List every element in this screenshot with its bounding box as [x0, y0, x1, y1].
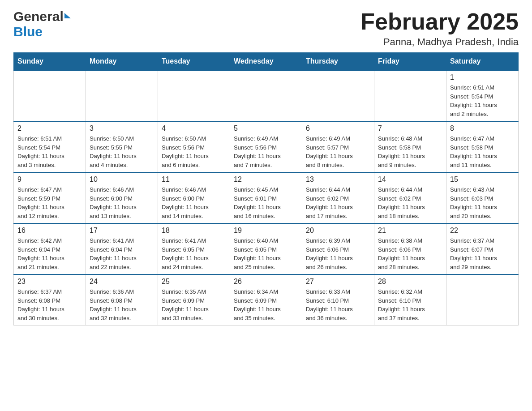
day-number: 4 [162, 124, 226, 133]
day-info: Sunrise: 6:51 AMSunset: 5:54 PMDaylight:… [450, 83, 515, 118]
table-row: 19Sunrise: 6:40 AMSunset: 6:05 PMDayligh… [230, 223, 302, 274]
week-row-4: 16Sunrise: 6:42 AMSunset: 6:04 PMDayligh… [14, 223, 519, 274]
table-row: 23Sunrise: 6:37 AMSunset: 6:08 PMDayligh… [14, 274, 86, 325]
day-number: 1 [450, 73, 515, 81]
table-row: 26Sunrise: 6:34 AMSunset: 6:09 PMDayligh… [230, 274, 302, 325]
table-row: 5Sunrise: 6:49 AMSunset: 5:56 PMDaylight… [230, 121, 302, 172]
table-row: 25Sunrise: 6:35 AMSunset: 6:09 PMDayligh… [158, 274, 230, 325]
title-section: February 2025 Panna, Madhya Pradesh, Ind… [360, 9, 519, 48]
day-number: 16 [17, 227, 82, 235]
day-info: Sunrise: 6:47 AMSunset: 5:58 PMDaylight:… [450, 134, 515, 169]
day-info: Sunrise: 6:44 AMSunset: 6:02 PMDaylight:… [378, 185, 442, 220]
day-info: Sunrise: 6:35 AMSunset: 6:09 PMDaylight:… [162, 287, 226, 322]
day-info: Sunrise: 6:48 AMSunset: 5:58 PMDaylight:… [378, 134, 442, 169]
day-number: 11 [162, 176, 226, 184]
table-row [302, 70, 374, 121]
day-info: Sunrise: 6:47 AMSunset: 5:59 PMDaylight:… [17, 185, 82, 220]
day-info: Sunrise: 6:37 AMSunset: 6:07 PMDaylight:… [450, 236, 515, 271]
col-thursday: Thursday [302, 53, 374, 71]
day-info: Sunrise: 6:36 AMSunset: 6:08 PMDaylight:… [90, 287, 154, 322]
day-number: 20 [306, 227, 370, 235]
day-number: 21 [378, 227, 442, 235]
table-row: 16Sunrise: 6:42 AMSunset: 6:04 PMDayligh… [14, 223, 86, 274]
logo-blue-text: Blue [13, 24, 43, 39]
day-info: Sunrise: 6:34 AMSunset: 6:09 PMDaylight:… [234, 287, 298, 322]
table-row [446, 274, 519, 325]
calendar-table: Sunday Monday Tuesday Wednesday Thursday… [13, 52, 519, 325]
table-row [86, 70, 158, 121]
day-number: 8 [450, 124, 515, 133]
week-row-5: 23Sunrise: 6:37 AMSunset: 6:08 PMDayligh… [14, 274, 519, 325]
table-row: 10Sunrise: 6:46 AMSunset: 6:00 PMDayligh… [86, 172, 158, 223]
table-row: 13Sunrise: 6:44 AMSunset: 6:02 PMDayligh… [302, 172, 374, 223]
table-row: 28Sunrise: 6:32 AMSunset: 6:10 PMDayligh… [374, 274, 446, 325]
day-info: Sunrise: 6:37 AMSunset: 6:08 PMDaylight:… [17, 287, 82, 322]
logo-general-text: General [13, 9, 64, 24]
table-row: 18Sunrise: 6:41 AMSunset: 6:05 PMDayligh… [158, 223, 230, 274]
table-row: 12Sunrise: 6:45 AMSunset: 6:01 PMDayligh… [230, 172, 302, 223]
day-info: Sunrise: 6:41 AMSunset: 6:04 PMDaylight:… [90, 236, 154, 271]
day-info: Sunrise: 6:46 AMSunset: 6:00 PMDaylight:… [162, 185, 226, 220]
day-number: 15 [450, 176, 515, 184]
table-row: 14Sunrise: 6:44 AMSunset: 6:02 PMDayligh… [374, 172, 446, 223]
day-info: Sunrise: 6:50 AMSunset: 5:56 PMDaylight:… [162, 134, 226, 169]
table-row [374, 70, 446, 121]
day-info: Sunrise: 6:39 AMSunset: 6:06 PMDaylight:… [306, 236, 370, 271]
day-number: 2 [17, 124, 82, 133]
logo-arrow-icon [64, 13, 71, 18]
day-info: Sunrise: 6:41 AMSunset: 6:05 PMDaylight:… [162, 236, 226, 271]
table-row: 21Sunrise: 6:38 AMSunset: 6:06 PMDayligh… [374, 223, 446, 274]
day-number: 23 [17, 278, 82, 286]
table-row: 3Sunrise: 6:50 AMSunset: 5:55 PMDaylight… [86, 121, 158, 172]
col-wednesday: Wednesday [230, 53, 302, 71]
day-info: Sunrise: 6:32 AMSunset: 6:10 PMDaylight:… [378, 287, 442, 322]
week-row-2: 2Sunrise: 6:51 AMSunset: 5:54 PMDaylight… [14, 121, 519, 172]
day-number: 14 [378, 176, 442, 184]
week-row-1: 1Sunrise: 6:51 AMSunset: 5:54 PMDaylight… [14, 70, 519, 121]
table-row: 8Sunrise: 6:47 AMSunset: 5:58 PMDaylight… [446, 121, 519, 172]
day-number: 28 [378, 278, 442, 286]
page-header: General Blue February 2025 Panna, Madhya… [13, 9, 519, 48]
day-info: Sunrise: 6:38 AMSunset: 6:06 PMDaylight:… [378, 236, 442, 271]
day-number: 25 [162, 278, 226, 286]
day-info: Sunrise: 6:50 AMSunset: 5:55 PMDaylight:… [90, 134, 154, 169]
col-saturday: Saturday [446, 53, 519, 71]
day-info: Sunrise: 6:45 AMSunset: 6:01 PMDaylight:… [234, 185, 298, 220]
col-friday: Friday [374, 53, 446, 71]
day-number: 27 [306, 278, 370, 286]
table-row: 27Sunrise: 6:33 AMSunset: 6:10 PMDayligh… [302, 274, 374, 325]
day-info: Sunrise: 6:43 AMSunset: 6:03 PMDaylight:… [450, 185, 515, 220]
logo: General Blue [13, 9, 71, 39]
day-number: 3 [90, 124, 154, 133]
table-row: 1Sunrise: 6:51 AMSunset: 5:54 PMDaylight… [446, 70, 519, 121]
table-row: 11Sunrise: 6:46 AMSunset: 6:00 PMDayligh… [158, 172, 230, 223]
day-info: Sunrise: 6:42 AMSunset: 6:04 PMDaylight:… [17, 236, 82, 271]
day-info: Sunrise: 6:49 AMSunset: 5:57 PMDaylight:… [306, 134, 370, 169]
table-row: 17Sunrise: 6:41 AMSunset: 6:04 PMDayligh… [86, 223, 158, 274]
table-row: 22Sunrise: 6:37 AMSunset: 6:07 PMDayligh… [446, 223, 519, 274]
calendar-header-row: Sunday Monday Tuesday Wednesday Thursday… [14, 53, 519, 71]
col-sunday: Sunday [14, 53, 86, 71]
day-number: 18 [162, 227, 226, 235]
day-info: Sunrise: 6:46 AMSunset: 6:00 PMDaylight:… [90, 185, 154, 220]
day-number: 24 [90, 278, 154, 286]
table-row [158, 70, 230, 121]
table-row: 4Sunrise: 6:50 AMSunset: 5:56 PMDaylight… [158, 121, 230, 172]
day-number: 17 [90, 227, 154, 235]
table-row: 7Sunrise: 6:48 AMSunset: 5:58 PMDaylight… [374, 121, 446, 172]
week-row-3: 9Sunrise: 6:47 AMSunset: 5:59 PMDaylight… [14, 172, 519, 223]
day-number: 22 [450, 227, 515, 235]
day-info: Sunrise: 6:49 AMSunset: 5:56 PMDaylight:… [234, 134, 298, 169]
day-number: 13 [306, 176, 370, 184]
day-number: 19 [234, 227, 298, 235]
day-number: 9 [17, 176, 82, 184]
day-info: Sunrise: 6:44 AMSunset: 6:02 PMDaylight:… [306, 185, 370, 220]
day-info: Sunrise: 6:51 AMSunset: 5:54 PMDaylight:… [17, 134, 82, 169]
table-row: 2Sunrise: 6:51 AMSunset: 5:54 PMDaylight… [14, 121, 86, 172]
day-number: 26 [234, 278, 298, 286]
location-text: Panna, Madhya Pradesh, India [360, 36, 519, 48]
day-number: 10 [90, 176, 154, 184]
day-number: 7 [378, 124, 442, 133]
col-tuesday: Tuesday [158, 53, 230, 71]
table-row: 9Sunrise: 6:47 AMSunset: 5:59 PMDaylight… [14, 172, 86, 223]
